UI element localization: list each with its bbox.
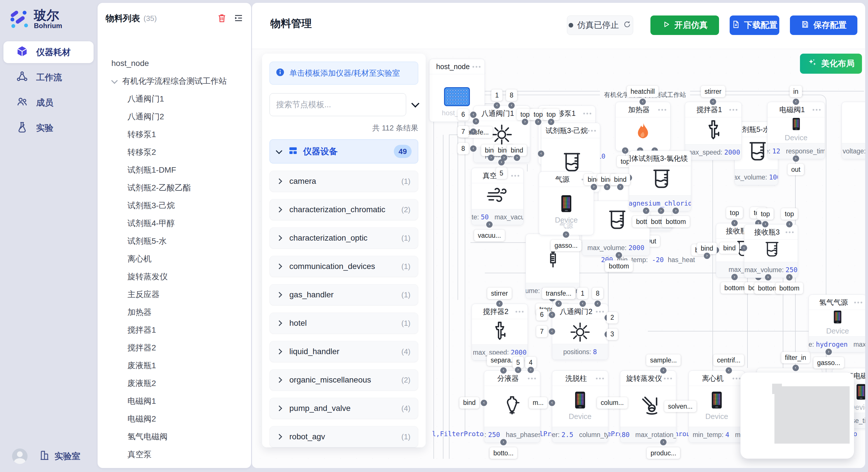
- port-pill[interactable]: bind: [697, 243, 717, 254]
- sidebar-item-workflow[interactable]: 工作流: [3, 67, 94, 88]
- port-connector-icon[interactable]: ‹: [786, 221, 793, 227]
- tree-item[interactable]: 废液瓶2: [112, 374, 247, 392]
- port-connector-icon[interactable]: ›: [535, 119, 541, 125]
- canvas-node-加热器[interactable]: 加热器: [615, 102, 671, 151]
- node-menu-icon[interactable]: [516, 311, 524, 312]
- port-connector-icon[interactable]: ‹: [481, 400, 487, 406]
- category-row-pump_and_valve[interactable]: pump_and_valve(4): [270, 398, 418, 419]
- port-pill[interactable]: stirrer: [701, 86, 725, 97]
- refresh-icon[interactable]: [623, 20, 631, 31]
- download-config-button[interactable]: 下载配置: [730, 15, 779, 35]
- port-connector-icon[interactable]: ›: [765, 274, 771, 280]
- node-menu-icon[interactable]: [854, 302, 862, 303]
- port-pill[interactable]: 4: [525, 357, 536, 368]
- category-row-gas_handler[interactable]: gas_handler(1): [270, 284, 418, 305]
- node-menu-icon[interactable]: [596, 311, 604, 312]
- port-connector-icon[interactable]: ‹: [793, 365, 799, 371]
- port-connector-icon[interactable]: ›: [826, 349, 832, 355]
- port-pill[interactable]: bottom: [662, 216, 689, 227]
- port-pill[interactable]: gasso...: [551, 240, 582, 251]
- port-connector-icon[interactable]: ›: [488, 155, 494, 161]
- category-row-communication_devices[interactable]: communication_devices(1): [270, 256, 418, 277]
- tree-item[interactable]: 搅拌器1: [112, 321, 247, 339]
- port-connector-icon[interactable]: ›: [604, 184, 610, 190]
- tree-item[interactable]: 真空泵: [112, 446, 247, 463]
- port-pill[interactable]: top: [757, 208, 774, 220]
- tree-group[interactable]: 有机化学流程综合测试工作站: [112, 72, 247, 90]
- canvas-node-hidden[interactable]: voltage: 12: [842, 102, 865, 159]
- user-avatar[interactable]: [12, 448, 28, 464]
- port-pill[interactable]: 8: [592, 288, 603, 299]
- port-connector-icon[interactable]: ›: [793, 156, 799, 162]
- canvas-node-搅拌器1[interactable]: 搅拌器1max_speed: 2000: [685, 102, 742, 160]
- node-menu-icon[interactable]: [596, 378, 604, 379]
- port-pill[interactable]: solven...: [664, 401, 696, 412]
- tree-item[interactable]: 加热器: [112, 303, 247, 321]
- canvas-node-固体试剂瓶3-氯化镁[interactable]: 固体试剂瓶3-氯化镁agent: magnesium_chloridephys: [629, 150, 691, 211]
- port-pill[interactable]: heatchill: [627, 86, 658, 97]
- node-menu-icon[interactable]: [730, 109, 737, 111]
- port-pill[interactable]: bind: [610, 174, 630, 185]
- tree-item[interactable]: 电磁阀2: [112, 410, 247, 428]
- port-connector-icon[interactable]: ‹: [538, 150, 544, 157]
- port-connector-icon[interactable]: ›: [500, 439, 507, 445]
- node-menu-icon[interactable]: [679, 158, 687, 160]
- category-row-characterization_optic[interactable]: characterization_optic(1): [270, 227, 418, 248]
- sidebar-item-members[interactable]: 成员: [3, 92, 94, 113]
- canvas-node-接收瓶3[interactable]: 接收瓶3max_volume: 250: [744, 224, 798, 278]
- port-connector-icon[interactable]: ‹: [732, 220, 738, 226]
- port-pill[interactable]: bottom: [605, 260, 632, 272]
- port-connector-icon[interactable]: ›: [658, 208, 664, 214]
- port-pill[interactable]: botto...: [490, 447, 517, 459]
- port-connector-icon[interactable]: ‹: [580, 301, 586, 307]
- port-pill[interactable]: 7: [536, 326, 547, 337]
- tree-item-root[interactable]: host_node: [112, 55, 247, 72]
- port-pill[interactable]: 1: [491, 90, 503, 101]
- port-connector-icon[interactable]: ›: [548, 119, 554, 125]
- port-connector-icon[interactable]: ›: [732, 274, 738, 280]
- canvas-node-氢气气源[interactable]: 氢气气源Device_type: hydrogenmax_pre: [809, 295, 865, 352]
- port-connector-icon[interactable]: ‹: [549, 400, 555, 406]
- port-pill[interactable]: bind: [507, 144, 527, 156]
- port-pill[interactable]: top: [781, 208, 798, 220]
- port-connector-icon[interactable]: ‹: [549, 312, 555, 318]
- port-pill[interactable]: filter_in: [781, 352, 810, 363]
- port-connector-icon[interactable]: ‹: [710, 99, 716, 105]
- port-pill[interactable]: sample...: [646, 355, 681, 366]
- port-connector-icon[interactable]: ›: [591, 184, 597, 190]
- minimap[interactable]: [740, 372, 854, 459]
- port-pill[interactable]: bind: [460, 397, 479, 409]
- port-pill[interactable]: 6: [458, 109, 469, 121]
- port-pill[interactable]: m...: [529, 397, 547, 409]
- port-connector-icon[interactable]: ›: [704, 252, 710, 259]
- search-input[interactable]: [270, 93, 406, 116]
- tree-item[interactable]: 八通阀门1: [112, 90, 247, 108]
- tree-item[interactable]: 试剂瓶2-乙酸乙酯: [112, 179, 247, 197]
- port-pill[interactable]: 1: [577, 288, 588, 299]
- tree-item[interactable]: 旋转蒸发仪: [112, 268, 247, 285]
- tree-item[interactable]: 试剂瓶1-DMF: [112, 161, 247, 179]
- node-menu-icon[interactable]: [511, 175, 519, 177]
- port-pill[interactable]: top: [726, 207, 743, 218]
- node-menu-icon[interactable]: [658, 109, 666, 111]
- tree-item[interactable]: 主反应器: [112, 285, 247, 303]
- port-connector-icon[interactable]: ‹: [549, 328, 555, 335]
- lab-switcher[interactable]: 实验室: [39, 450, 81, 463]
- port-pill[interactable]: 5: [496, 167, 507, 179]
- sidebar-item-experiments[interactable]: 实验: [3, 117, 94, 139]
- port-pill[interactable]: 7: [458, 126, 469, 137]
- tree-item[interactable]: 转移泵1: [112, 126, 247, 143]
- port-connector-icon[interactable]: ‹: [496, 301, 503, 307]
- node-menu-icon[interactable]: [588, 130, 596, 132]
- port-connector-icon[interactable]: ›: [514, 155, 520, 161]
- port-pill[interactable]: 2: [607, 312, 618, 324]
- port-pill[interactable]: 3: [607, 329, 618, 340]
- port-connector-icon[interactable]: ‹: [500, 367, 507, 374]
- node-menu-icon[interactable]: [528, 378, 536, 379]
- tree-item[interactable]: 试剂瓶3-己烷: [112, 197, 247, 214]
- node-menu-icon[interactable]: [813, 109, 820, 111]
- port-pill[interactable]: in: [789, 86, 802, 97]
- tree-item[interactable]: 试剂瓶4-甲醇: [112, 214, 247, 232]
- save-config-button[interactable]: 保存配置: [790, 15, 857, 35]
- canvas-node-电磁阀1[interactable]: 电磁阀1Devicevoltage: 12response_time: 0.1: [767, 102, 825, 159]
